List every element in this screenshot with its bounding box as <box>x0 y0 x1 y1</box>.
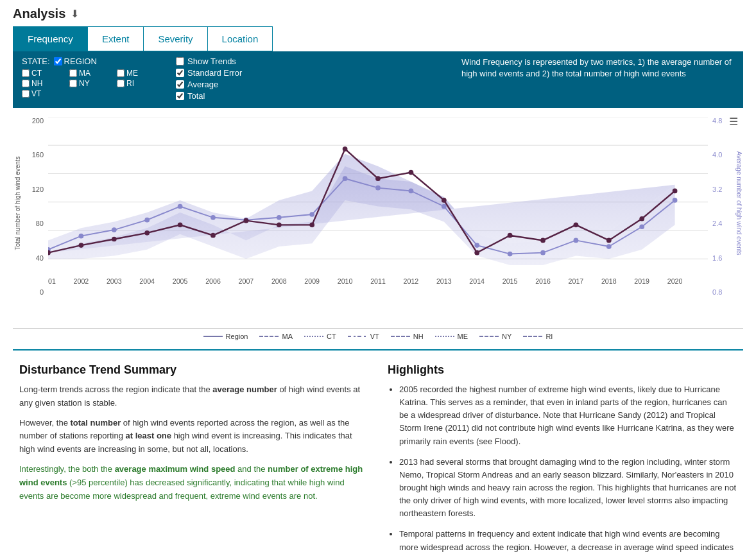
tabs: Frequency Extent Severity Location <box>13 26 743 51</box>
avg-dot-18 <box>639 224 644 229</box>
tab-severity[interactable]: Severity <box>143 26 207 51</box>
svg-text:2004: 2004 <box>139 277 155 285</box>
legend-line-ri <box>523 336 542 337</box>
state-nh[interactable]: NH <box>22 79 67 88</box>
avg-dot-1 <box>79 234 84 239</box>
state-checkbox-label[interactable]: REGION <box>54 56 97 66</box>
svg-text:2012: 2012 <box>404 277 419 285</box>
state-vt[interactable]: VT <box>22 89 67 98</box>
svg-text:2008: 2008 <box>271 277 287 285</box>
y-right-label-container: Average number of high wind events <box>734 110 743 296</box>
svg-text:2014: 2014 <box>469 277 485 285</box>
state-ri[interactable]: RI <box>117 79 162 88</box>
download-icon[interactable]: ⬇ <box>71 8 79 20</box>
state-me[interactable]: ME <box>117 69 162 78</box>
legend-label-ma: MA <box>282 333 293 340</box>
avg-dot-7 <box>277 215 282 220</box>
total-dot-12 <box>442 198 447 203</box>
state-checkbox[interactable] <box>54 57 62 65</box>
option-total: Total <box>176 91 449 101</box>
legend-ma: MA <box>259 333 293 340</box>
option-average: Average <box>176 80 449 89</box>
legend-line-ny <box>479 336 499 337</box>
svg-text:2005: 2005 <box>173 277 188 285</box>
states-grid: CT MA ME NH NY RI VT <box>22 69 163 98</box>
legend-ct: CT <box>304 333 336 340</box>
legend-line-ct <box>304 336 323 337</box>
state-ct[interactable]: CT <box>22 69 67 78</box>
highlight-text-0: 2005 recorded the highest number of extr… <box>399 385 734 446</box>
tab-location[interactable]: Location <box>207 26 273 51</box>
total-dot-18 <box>639 216 644 221</box>
svg-text:2017: 2017 <box>569 277 584 285</box>
total-dot-5 <box>210 233 216 238</box>
show-trends-checkbox[interactable] <box>176 57 184 65</box>
chart-container: ☰ 200 160 120 80 40 0 4.8 4.0 3.2 2.4 1.… <box>13 110 743 329</box>
avg-dot-19 <box>673 198 678 203</box>
total-dot-14 <box>508 233 513 238</box>
legend-line-region <box>203 336 223 337</box>
state-label: STATE: <box>22 56 50 66</box>
legend-label-ri: RI <box>546 333 553 340</box>
legend-label-me: ME <box>458 333 468 340</box>
legend-label-nh: NH <box>413 333 424 340</box>
standard-error-label: Standard Error <box>187 68 242 78</box>
state-region-row: STATE: REGION <box>22 56 163 66</box>
svg-text:2015: 2015 <box>503 277 518 285</box>
total-dot-11 <box>409 170 414 175</box>
legend-label-ct: CT <box>327 333 336 340</box>
summary-p3: Interestingly, the both the average maxi… <box>19 463 368 503</box>
svg-text:2019: 2019 <box>634 277 649 285</box>
total-dot-1 <box>79 243 84 248</box>
total-dot-3 <box>144 230 150 236</box>
total-dot-4 <box>178 223 183 228</box>
option-show-trends: Show Trends <box>176 56 449 66</box>
avg-dot-11 <box>409 189 414 194</box>
highlight-item-2: Temporal patterns in frequency and exten… <box>399 528 737 554</box>
state-ny[interactable]: NY <box>69 79 114 88</box>
summary-section: Disturbance Trend Summary Long-term tren… <box>13 349 743 554</box>
avg-dot-17 <box>606 244 612 249</box>
highlights-list: 2005 recorded the highest number of extr… <box>388 383 737 554</box>
avg-dot-16 <box>574 238 579 243</box>
avg-dot-10 <box>375 186 381 191</box>
avg-dot-13 <box>474 243 479 248</box>
svg-text:2020: 2020 <box>667 277 683 285</box>
avg-dot-3 <box>144 218 150 223</box>
region-label: REGION <box>64 56 97 66</box>
total-checkbox[interactable] <box>176 92 184 100</box>
svg-text:2011: 2011 <box>370 277 386 285</box>
total-dot-2 <box>112 237 117 242</box>
state-ma[interactable]: MA <box>69 69 114 78</box>
svg-text:2018: 2018 <box>601 277 617 285</box>
svg-text:2002: 2002 <box>74 277 89 285</box>
avg-dot-15 <box>540 250 546 255</box>
highlight-item-0: 2005 recorded the highest number of extr… <box>399 383 737 448</box>
total-dot-13 <box>474 250 479 255</box>
standard-error-checkbox[interactable] <box>176 69 184 77</box>
total-dot-9 <box>343 146 348 151</box>
legend-ny: NY <box>479 333 511 340</box>
chart-svg: 2001 2002 2003 2004 2005 2006 2007 2008 … <box>48 117 708 296</box>
controls-right: Wind Frequency is represented by two met… <box>449 56 734 103</box>
summary-p2: However, the total number of high wind e… <box>19 417 368 456</box>
legend-label-vt: VT <box>370 333 379 340</box>
avg-dot-12 <box>442 204 447 209</box>
page: Analysis ⬇ Frequency Extent Severity Loc… <box>0 0 756 554</box>
legend-me: ME <box>435 333 468 340</box>
avg-dot-9 <box>343 176 348 181</box>
total-dot-8 <box>309 223 314 228</box>
summary-left: Disturbance Trend Summary Long-term tren… <box>19 363 368 554</box>
average-checkbox[interactable] <box>176 80 184 89</box>
avg-dot-14 <box>508 252 513 257</box>
summary-left-title: Disturbance Trend Summary <box>19 363 368 377</box>
title-bar: Analysis ⬇ <box>13 6 743 21</box>
svg-text:2013: 2013 <box>436 277 452 285</box>
tab-frequency[interactable]: Frequency <box>13 26 88 51</box>
tab-extent[interactable]: Extent <box>87 26 144 51</box>
y-left-label-container: Total number of high wind events <box>13 110 22 296</box>
option-standard-error: Standard Error <box>176 68 449 78</box>
legend-line-me <box>435 336 454 337</box>
total-label: Total <box>187 91 205 101</box>
chart-description: Wind Frequency is represented by two met… <box>461 57 732 78</box>
